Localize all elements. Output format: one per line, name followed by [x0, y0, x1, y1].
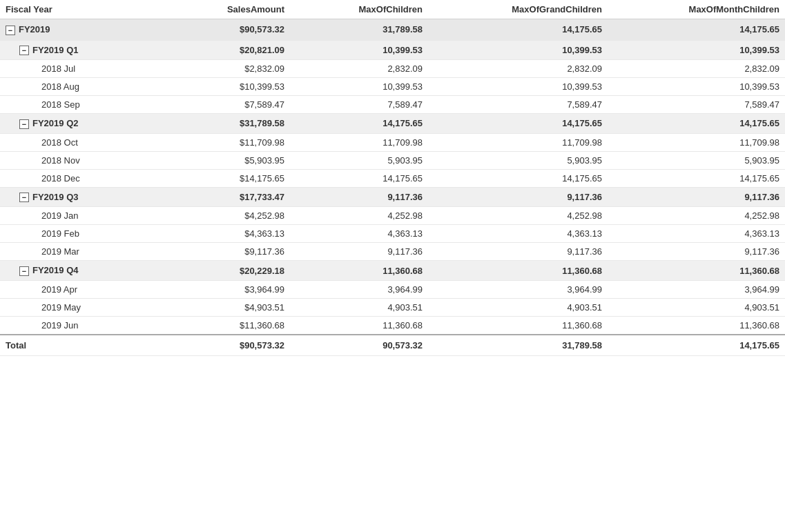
quarter-collapse-icon[interactable]: −	[19, 46, 29, 55]
quarter-sales: $20,229.18	[152, 261, 290, 281]
month-max-grand: 4,363.13	[428, 225, 608, 243]
month-row: 2018 Aug $10,399.53 10,399.53 10,399.53 …	[0, 78, 785, 96]
month-row: 2018 Oct $11,709.98 11,709.98 11,709.98 …	[0, 133, 785, 151]
month-max-month: 5,903.95	[608, 151, 785, 169]
month-max-children: 14,175.65	[290, 169, 428, 187]
month-max-month: 7,589.47	[608, 96, 785, 114]
month-label: 2019 Feb	[0, 225, 152, 243]
month-max-grand: 10,399.53	[428, 78, 608, 96]
month-max-month: 9,117.36	[608, 243, 785, 261]
month-max-children: 3,964.99	[290, 280, 428, 298]
month-sales: $14,175.65	[152, 169, 290, 187]
month-label: 2019 Mar	[0, 243, 152, 261]
month-max-grand: 5,903.95	[428, 151, 608, 169]
month-sales: $7,589.47	[152, 96, 290, 114]
fy-collapse-icon[interactable]: −	[6, 26, 15, 35]
month-max-children: 4,903.51	[290, 298, 428, 316]
month-row: 2018 Jul $2,832.09 2,832.09 2,832.09 2,8…	[0, 60, 785, 78]
month-max-month: 3,964.99	[608, 280, 785, 298]
month-max-month: 10,399.53	[608, 78, 785, 96]
month-row: 2019 Jun $11,360.68 11,360.68 11,360.68 …	[0, 316, 785, 335]
month-max-month: 4,363.13	[608, 225, 785, 243]
quarter-max-grand: 11,360.68	[428, 261, 608, 281]
quarter-label: −FY2019 Q4	[0, 261, 152, 281]
total-row: Total $90,573.32 90,573.32 31,789.58 14,…	[0, 335, 785, 356]
fy-max-grand: 14,175.65	[428, 19, 608, 41]
fy-max-children: 31,789.58	[290, 19, 428, 41]
month-row: 2018 Nov $5,903.95 5,903.95 5,903.95 5,9…	[0, 151, 785, 169]
fy-max-month: 14,175.65	[608, 19, 785, 41]
month-max-grand: 4,903.51	[428, 298, 608, 316]
month-max-children: 5,903.95	[290, 151, 428, 169]
month-label: 2018 Aug	[0, 78, 152, 96]
month-max-month: 4,252.98	[608, 207, 785, 225]
month-max-month: 14,175.65	[608, 169, 785, 187]
quarter-max-month: 11,360.68	[608, 261, 785, 281]
month-max-grand: 7,589.47	[428, 96, 608, 114]
quarter-collapse-icon[interactable]: −	[19, 266, 29, 276]
quarter-sales: $17,733.47	[152, 187, 290, 207]
month-row: 2019 Apr $3,964.99 3,964.99 3,964.99 3,9…	[0, 280, 785, 298]
quarter-collapse-icon[interactable]: −	[19, 193, 29, 202]
month-sales: $4,252.98	[152, 207, 290, 225]
quarter-max-month: 9,117.36	[608, 187, 785, 207]
quarter-row: −FY2019 Q3 $17,733.47 9,117.36 9,117.36 …	[0, 187, 785, 207]
quarter-max-children: 11,360.68	[290, 261, 428, 281]
fy-row: −FY2019 $90,573.32 31,789.58 14,175.65 1…	[0, 19, 785, 41]
fy-sales: $90,573.32	[152, 19, 290, 41]
quarter-label: −FY2019 Q3	[0, 187, 152, 207]
month-label: 2018 Nov	[0, 151, 152, 169]
month-row: 2019 May $4,903.51 4,903.51 4,903.51 4,9…	[0, 298, 785, 316]
month-label: 2018 Jul	[0, 60, 152, 78]
quarter-row: −FY2019 Q1 $20,821.09 10,399.53 10,399.5…	[0, 40, 785, 60]
month-sales: $3,964.99	[152, 280, 290, 298]
month-label: 2018 Oct	[0, 133, 152, 151]
month-sales: $9,117.36	[152, 243, 290, 261]
total-label: Total	[0, 335, 152, 356]
month-sales: $10,399.53	[152, 78, 290, 96]
month-max-children: 4,363.13	[290, 225, 428, 243]
month-row: 2019 Feb $4,363.13 4,363.13 4,363.13 4,3…	[0, 225, 785, 243]
month-label: 2019 May	[0, 298, 152, 316]
quarter-max-children: 10,399.53	[290, 40, 428, 60]
month-row: 2019 Jan $4,252.98 4,252.98 4,252.98 4,2…	[0, 207, 785, 225]
header-sales-amount: SalesAmount	[152, 0, 290, 19]
total-max-month: 14,175.65	[608, 335, 785, 356]
quarter-collapse-icon[interactable]: −	[19, 119, 29, 129]
total-sales: $90,573.32	[152, 335, 290, 356]
month-max-grand: 14,175.65	[428, 169, 608, 187]
quarter-max-children: 14,175.65	[290, 114, 428, 134]
month-max-month: 2,832.09	[608, 60, 785, 78]
month-label: 2019 Jun	[0, 316, 152, 335]
month-sales: $4,903.51	[152, 298, 290, 316]
fy-label: −FY2019	[0, 19, 152, 41]
header-max-grand-children: MaxOfGrandChildren	[428, 0, 608, 19]
month-sales: $2,832.09	[152, 60, 290, 78]
quarter-max-grand: 9,117.36	[428, 187, 608, 207]
header-max-children: MaxOfChildren	[290, 0, 428, 19]
header-row: Fiscal Year SalesAmount MaxOfChildren Ma…	[0, 0, 785, 19]
month-max-grand: 4,252.98	[428, 207, 608, 225]
quarter-max-children: 9,117.36	[290, 187, 428, 207]
quarter-max-month: 14,175.65	[608, 114, 785, 134]
month-row: 2019 Mar $9,117.36 9,117.36 9,117.36 9,1…	[0, 243, 785, 261]
month-max-children: 2,832.09	[290, 60, 428, 78]
month-max-grand: 2,832.09	[428, 60, 608, 78]
month-max-children: 4,252.98	[290, 207, 428, 225]
quarter-max-grand: 10,399.53	[428, 40, 608, 60]
month-sales: $4,363.13	[152, 225, 290, 243]
month-max-children: 10,399.53	[290, 78, 428, 96]
month-sales: $5,903.95	[152, 151, 290, 169]
month-label: 2019 Jan	[0, 207, 152, 225]
month-label: 2018 Dec	[0, 169, 152, 187]
total-max-grand: 31,789.58	[428, 335, 608, 356]
month-row: 2018 Dec $14,175.65 14,175.65 14,175.65 …	[0, 169, 785, 187]
quarter-row: −FY2019 Q2 $31,789.58 14,175.65 14,175.6…	[0, 114, 785, 134]
header-fiscal-year: Fiscal Year	[0, 0, 152, 19]
total-max-children: 90,573.32	[290, 335, 428, 356]
quarter-max-month: 10,399.53	[608, 40, 785, 60]
month-max-grand: 3,964.99	[428, 280, 608, 298]
month-max-grand: 11,709.98	[428, 133, 608, 151]
month-max-children: 11,709.98	[290, 133, 428, 151]
month-max-grand: 9,117.36	[428, 243, 608, 261]
